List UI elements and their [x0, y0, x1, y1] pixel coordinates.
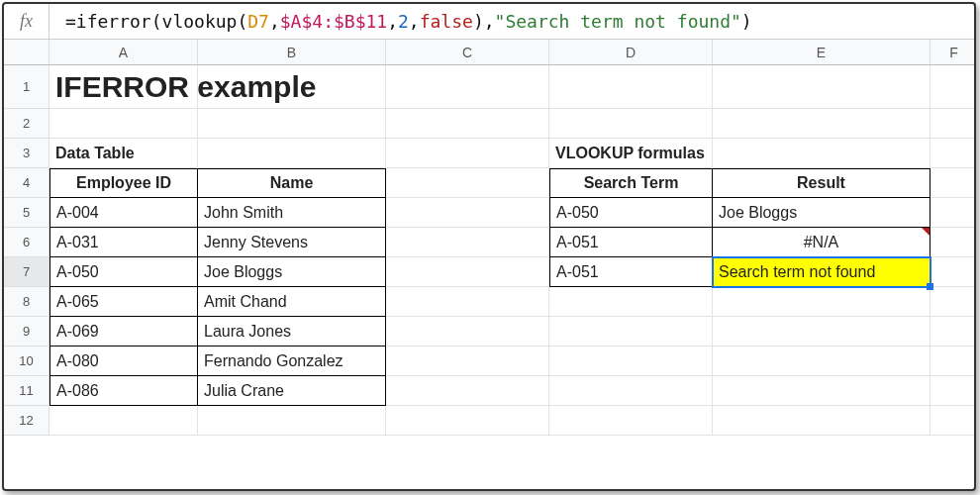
cell-E7[interactable]: Search term not found — [713, 257, 931, 287]
cell-C9[interactable] — [386, 317, 549, 346]
cell-A10[interactable]: A-080 — [49, 346, 198, 376]
cell-C8[interactable] — [386, 287, 549, 317]
spreadsheet-window: fx =iferror(vlookup(D7,$A$4:$B$11,2,fals… — [2, 2, 976, 491]
cell-B4[interactable]: Name — [198, 168, 386, 198]
select-all-corner[interactable] — [4, 40, 49, 65]
cell-E1[interactable] — [713, 65, 931, 109]
col-header-E[interactable]: E — [713, 40, 931, 65]
cell-C6[interactable] — [386, 228, 549, 257]
cell-D2[interactable] — [549, 109, 713, 139]
cell-B10[interactable]: Fernando Gonzalez — [198, 346, 386, 376]
formula-token: , — [409, 11, 420, 32]
formula-token: false — [420, 11, 473, 32]
row-header-12[interactable]: 12 — [4, 406, 49, 436]
formula-input[interactable]: =iferror(vlookup(D7,$A$4:$B$11,2,false),… — [49, 11, 752, 32]
cell-C1[interactable] — [386, 65, 549, 109]
cell-D6[interactable]: A-051 — [549, 228, 713, 257]
cell-F4[interactable] — [931, 168, 976, 198]
cell-A7[interactable]: A-050 — [49, 257, 198, 287]
fx-icon[interactable]: fx — [4, 4, 49, 39]
row-header-3[interactable]: 3 — [4, 139, 49, 168]
cell-E8[interactable] — [713, 287, 931, 317]
formula-token: , — [484, 11, 495, 32]
col-header-B[interactable]: B — [198, 40, 386, 65]
cell-A3[interactable]: Data Table — [49, 139, 198, 168]
row-header-10[interactable]: 10 — [4, 346, 49, 376]
row-header-6[interactable]: 6 — [4, 228, 49, 257]
cell-F3[interactable] — [931, 139, 976, 168]
cell-F9[interactable] — [931, 317, 976, 346]
cell-C11[interactable] — [386, 376, 549, 406]
cell-B7[interactable]: Joe Bloggs — [198, 257, 386, 287]
cell-D4[interactable]: Search Term — [549, 168, 713, 198]
cell-E11[interactable] — [713, 376, 931, 406]
cell-E10[interactable] — [713, 346, 931, 376]
cell-B8[interactable]: Amit Chand — [198, 287, 386, 317]
cell-F5[interactable] — [931, 198, 976, 228]
cell-A8[interactable]: A-065 — [49, 287, 198, 317]
cell-F10[interactable] — [931, 346, 976, 376]
cell-A5[interactable]: A-004 — [49, 198, 198, 228]
cell-E6[interactable]: #N/A — [713, 228, 931, 257]
cell-E9[interactable] — [713, 317, 931, 346]
cell-B12[interactable] — [198, 406, 386, 436]
cell-F12[interactable] — [931, 406, 976, 436]
row-header-5[interactable]: 5 — [4, 198, 49, 228]
cell-F7[interactable] — [931, 257, 976, 287]
row-header-2[interactable]: 2 — [4, 109, 49, 139]
cell-A11[interactable]: A-086 — [49, 376, 198, 406]
cell-E2[interactable] — [713, 109, 931, 139]
cell-D8[interactable] — [549, 287, 713, 317]
cell-B2[interactable] — [198, 109, 386, 139]
row-header-8[interactable]: 8 — [4, 287, 49, 317]
row-header-7[interactable]: 7 — [4, 257, 49, 287]
formula-token: ( — [151, 11, 162, 32]
spreadsheet-grid[interactable]: A B C D E F 1 IFERROR example 2 3 Data T… — [4, 40, 974, 436]
cell-D12[interactable] — [549, 406, 713, 436]
cell-B6[interactable]: Jenny Stevens — [198, 228, 386, 257]
cell-E3[interactable] — [713, 139, 931, 168]
cell-A4[interactable]: Employee ID — [49, 168, 198, 198]
cell-E12[interactable] — [713, 406, 931, 436]
cell-E4[interactable]: Result — [713, 168, 931, 198]
cell-C4[interactable] — [386, 168, 549, 198]
cell-D5[interactable]: A-050 — [549, 198, 713, 228]
formula-token: D7 — [247, 11, 269, 32]
cell-F1[interactable] — [931, 65, 976, 109]
cell-B11[interactable]: Julia Crane — [198, 376, 386, 406]
cell-C2[interactable] — [386, 109, 549, 139]
cell-D10[interactable] — [549, 346, 713, 376]
cell-D1[interactable] — [549, 65, 713, 109]
cell-A2[interactable] — [49, 109, 198, 139]
cell-F2[interactable] — [931, 109, 976, 139]
row-header-4[interactable]: 4 — [4, 168, 49, 198]
cell-D11[interactable] — [549, 376, 713, 406]
formula-token: , — [269, 11, 280, 32]
row-header-9[interactable]: 9 — [4, 317, 49, 346]
cell-D9[interactable] — [549, 317, 713, 346]
cell-C10[interactable] — [386, 346, 549, 376]
row-header-1[interactable]: 1 — [4, 65, 49, 109]
cell-B9[interactable]: Laura Jones — [198, 317, 386, 346]
cell-B3[interactable] — [198, 139, 386, 168]
row-header-11[interactable]: 11 — [4, 376, 49, 406]
cell-F6[interactable] — [931, 228, 976, 257]
cell-C3[interactable] — [386, 139, 549, 168]
cell-C12[interactable] — [386, 406, 549, 436]
cell-E5[interactable]: Joe Bloggs — [713, 198, 931, 228]
cell-A6[interactable]: A-031 — [49, 228, 198, 257]
cell-A12[interactable] — [49, 406, 198, 436]
cell-A9[interactable]: A-069 — [49, 317, 198, 346]
cell-C7[interactable] — [386, 257, 549, 287]
cell-D3[interactable]: VLOOKUP formulas — [549, 139, 713, 168]
col-header-F[interactable]: F — [931, 40, 976, 65]
col-header-A[interactable]: A — [49, 40, 198, 65]
cell-F8[interactable] — [931, 287, 976, 317]
cell-B5[interactable]: John Smith — [198, 198, 386, 228]
cell-F11[interactable] — [931, 376, 976, 406]
cell-C5[interactable] — [386, 198, 549, 228]
cell-A1[interactable]: IFERROR example — [49, 65, 198, 109]
col-header-D[interactable]: D — [549, 40, 713, 65]
col-header-C[interactable]: C — [386, 40, 549, 65]
cell-D7[interactable]: A-051 — [549, 257, 713, 287]
